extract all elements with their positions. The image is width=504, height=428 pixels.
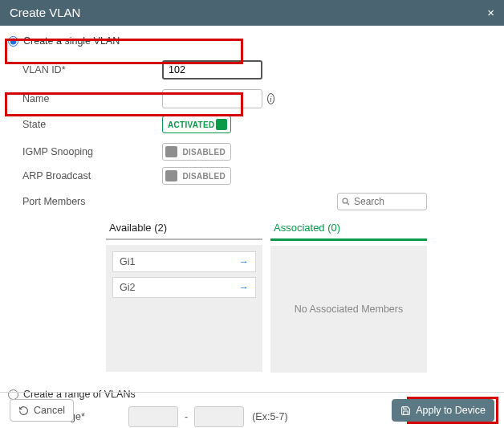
available-list: Gi1 → Gi2 → [106,245,262,372]
arp-value: DISABLED [182,172,226,181]
available-header: Available (2) [106,217,262,240]
name-label: Name [19,93,162,104]
apply-button[interactable]: Apply to Device [392,399,494,422]
state-value: ACTIVATED [168,120,214,129]
available-item-label: Gi2 [120,282,135,293]
available-item[interactable]: Gi2 → [112,277,256,298]
svg-line-1 [347,202,349,205]
state-toggle[interactable]: ACTIVATED [162,116,231,133]
available-item-label: Gi1 [120,256,135,267]
igmp-toggle[interactable]: DISABLED [162,143,231,161]
associated-list: No Associated Members [270,246,427,373]
no-associated-text: No Associated Members [270,304,427,315]
cancel-button[interactable]: Cancel [10,399,74,422]
close-icon[interactable]: × [487,0,494,26]
associated-header: Associated (0) [270,217,427,241]
igmp-value: DISABLED [182,148,226,157]
dialog-header: Create VLAN × [0,0,504,26]
igmp-label: IGMP Snooping [19,146,162,157]
search-icon [341,197,351,206]
dialog-title: Create VLAN [10,0,80,26]
igmp-indicator-icon [165,146,177,157]
save-icon [400,406,411,416]
port-members-label: Port Members [19,196,162,207]
dialog-footer: Cancel Apply to Device [0,392,504,428]
svg-point-0 [343,198,348,203]
option-single-vlan[interactable]: Create a single VLAN [8,32,496,50]
info-icon: i [267,93,274,104]
undo-icon [18,406,29,416]
available-item[interactable]: Gi1 → [112,251,256,272]
arp-label: ARP Broadcast [19,170,162,181]
move-right-icon[interactable]: → [239,282,250,293]
vlan-id-label: VLAN ID* [19,64,162,75]
cancel-label: Cancel [34,405,65,416]
apply-label: Apply to Device [416,405,486,416]
option-single-label: Create a single VLAN [23,35,120,47]
move-right-icon[interactable]: → [239,256,250,267]
vlan-id-input[interactable] [162,60,262,79]
state-indicator-icon [216,119,227,130]
arp-toggle[interactable]: DISABLED [162,167,231,185]
name-input[interactable] [162,89,262,108]
radio-single-vlan[interactable] [8,36,18,47]
arp-indicator-icon [165,170,177,181]
state-label: State [19,119,162,130]
dual-list: Available (2) Gi1 → Gi2 → Associated (0) [106,217,427,373]
